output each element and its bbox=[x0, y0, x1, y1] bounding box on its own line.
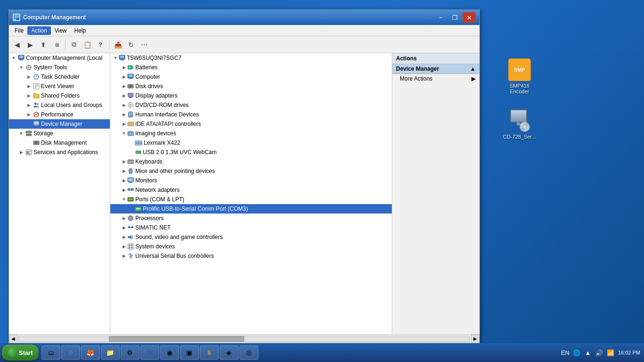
minimize-button[interactable]: − bbox=[434, 12, 447, 23]
menu-help[interactable]: Help bbox=[71, 26, 90, 35]
clock[interactable]: 16:02 PM bbox=[618, 350, 640, 355]
taskbar-app-app3[interactable]: ◎ bbox=[239, 346, 258, 360]
smp-taskbar-icon: S bbox=[205, 348, 214, 357]
back-button[interactable]: ◀ bbox=[11, 39, 23, 51]
svg-point-132 bbox=[130, 256, 132, 258]
svg-rect-6 bbox=[19, 60, 23, 61]
device-item-sound[interactable]: ▶ Sound, video and game controllers bbox=[110, 232, 392, 242]
tree-item-performance[interactable]: ▶ Performance bbox=[9, 110, 110, 119]
restore-button[interactable]: ❐ bbox=[448, 12, 462, 23]
device-item-mice[interactable]: ▶ Mice and other pointing devices bbox=[110, 166, 392, 176]
actions-pane: Actions Device Manager ▲ More Actions ▶ bbox=[392, 53, 479, 334]
device-item-computer[interactable]: ▶ Computer bbox=[110, 72, 392, 82]
taskbar-app-explorer[interactable]: 🗂 bbox=[41, 346, 60, 360]
device-item-display-adapters[interactable]: ▶ Display adapters bbox=[110, 91, 392, 100]
tree-label-services-apps: Services and Applications bbox=[33, 148, 109, 156]
desktop-icon-smp418[interactable]: SMP SMP418 Encoder bbox=[501, 57, 538, 96]
taskbar-app-chrome[interactable]: ◉ bbox=[160, 346, 179, 360]
tray-lang[interactable]: EN bbox=[561, 348, 570, 357]
device-item-network[interactable]: ▶ Network adapters bbox=[110, 185, 392, 195]
device-item-processors[interactable]: ▶ Processors bbox=[110, 214, 392, 223]
taskbar-app-folder[interactable]: 📁 bbox=[101, 346, 120, 360]
menu-view[interactable]: View bbox=[51, 26, 71, 35]
svg-rect-87 bbox=[128, 178, 133, 181]
device-item-ports[interactable]: ▼ Ports (COM & LPT) bbox=[110, 195, 392, 204]
device-item-ide[interactable]: ▶ IDE ATA/ATAPI controllers bbox=[110, 119, 392, 129]
taskbar-app-smp[interactable]: S bbox=[200, 346, 219, 360]
taskbar-app-tool1[interactable]: ⚙ bbox=[121, 346, 140, 360]
taskbar-app-ie[interactable]: e bbox=[61, 346, 80, 360]
device-item-webcam[interactable]: USB 2.0 1.3M UVC WebCam bbox=[110, 148, 392, 157]
device-item-monitors[interactable]: ▶ Monitors bbox=[110, 176, 392, 185]
svg-rect-126 bbox=[131, 247, 132, 248]
device-item-keyboards[interactable]: ▶ Keyboards bbox=[110, 157, 392, 166]
tray-globe-icon[interactable]: 🌐 bbox=[572, 348, 581, 357]
tray-icons: EN 🌐 ▲ 🔊 📶 bbox=[561, 348, 615, 357]
device-label-hid: Human Interface Devices bbox=[135, 110, 199, 119]
device-item-usb[interactable]: ▶ Universal Serial Bus controllers bbox=[110, 251, 392, 261]
horizontal-scrollbar[interactable] bbox=[18, 336, 470, 342]
tree-item-task-scheduler[interactable]: ▶ Task Scheduler bbox=[9, 72, 110, 82]
tray-signal-icon[interactable]: 📶 bbox=[606, 348, 615, 357]
window-controls: − ❐ ✕ bbox=[434, 12, 476, 23]
svg-point-20 bbox=[34, 103, 37, 105]
more-button[interactable]: ⋯ bbox=[138, 39, 150, 51]
actions-header: Actions bbox=[392, 53, 479, 64]
tree-item-computer-mgmt[interactable]: ▼ Computer Management (Local bbox=[9, 53, 110, 63]
export-button[interactable]: 📤 bbox=[112, 39, 124, 51]
device-item-dvd[interactable]: ▶ DVD/CD-ROM drives bbox=[110, 100, 392, 110]
menu-action[interactable]: Action bbox=[27, 26, 50, 35]
tree-item-device-manager[interactable]: Device Manager bbox=[9, 119, 110, 129]
taskbar-app-app1[interactable]: ▣ bbox=[180, 346, 199, 360]
device-label-display-adapters: Display adapters bbox=[135, 91, 177, 100]
svg-rect-42 bbox=[132, 66, 133, 68]
svg-rect-2 bbox=[14, 19, 16, 20]
device-item-disk-drives[interactable]: ▶ Disk drives bbox=[110, 82, 392, 91]
actions-more-actions[interactable]: More Actions ▶ bbox=[392, 74, 479, 83]
tray-arrow-icon[interactable]: ▲ bbox=[583, 348, 593, 357]
tree-item-storage[interactable]: ▼ Storage bbox=[9, 129, 110, 138]
device-item-imaging[interactable]: ▼ Imaging devices bbox=[110, 129, 392, 138]
actions-section-device-manager[interactable]: Device Manager ▲ bbox=[392, 64, 479, 74]
tree-item-event-viewer[interactable]: ▶ Event Viewer bbox=[9, 82, 110, 91]
device-item-batteries[interactable]: ▶ Batteries bbox=[110, 63, 392, 72]
svg-marker-121 bbox=[130, 235, 132, 239]
scroll-right-button[interactable]: ▶ bbox=[471, 335, 479, 343]
taskbar-app-firefox[interactable]: 🦊 bbox=[81, 346, 100, 360]
usb-icon bbox=[127, 253, 134, 259]
tree-item-system-tools[interactable]: ▼ System Tools bbox=[9, 63, 110, 72]
tree-item-local-users[interactable]: ▶ Local Users and Groups bbox=[9, 100, 110, 110]
device-item-prolific[interactable]: Prolific USB-to-Serial Comm Port (COM3) bbox=[110, 204, 392, 214]
taskbar-app-word[interactable]: W bbox=[140, 346, 159, 360]
forward-button[interactable]: ▶ bbox=[24, 39, 36, 51]
device-item-hid[interactable]: ▶ Human Interface Devices bbox=[110, 110, 392, 119]
svg-rect-24 bbox=[34, 122, 38, 124]
svg-rect-54 bbox=[129, 98, 132, 98]
device-item-simatic[interactable]: ▶ SIMATIC NET bbox=[110, 223, 392, 232]
svg-rect-36 bbox=[26, 153, 30, 154]
tree-item-shared-folders[interactable]: ▶ Shared Folders bbox=[9, 91, 110, 100]
device-item-root[interactable]: ▼ T5W6SUQ3NI7SGC7 bbox=[110, 53, 392, 63]
smp418-icon-label: SMP418 Encoder bbox=[503, 83, 537, 94]
tree-item-services-apps[interactable]: ▶ Services and Applications bbox=[9, 148, 110, 157]
start-button[interactable]: Start bbox=[2, 345, 39, 361]
up-button[interactable]: ⬆ bbox=[37, 39, 50, 51]
scroll-left-button[interactable]: ◀ bbox=[9, 335, 17, 343]
tray-speaker-icon[interactable]: 🔊 bbox=[594, 348, 604, 357]
tree-item-disk-mgmt[interactable]: Disk Management bbox=[9, 138, 110, 148]
word-icon: W bbox=[145, 348, 155, 357]
chrome-icon: ◉ bbox=[165, 348, 174, 357]
desktop-icon-cd728[interactable]: CD-728_Ser... bbox=[501, 107, 538, 141]
menu-file[interactable]: File bbox=[11, 26, 27, 35]
properties-button[interactable]: 📋 bbox=[81, 39, 93, 51]
new-window-button[interactable]: ⧉ bbox=[68, 39, 80, 51]
device-item-system-devices[interactable]: ▶ System devices bbox=[110, 242, 392, 251]
refresh-button[interactable]: ↻ bbox=[125, 39, 137, 51]
svg-rect-47 bbox=[130, 78, 132, 79]
console-root-button[interactable]: 🖥 bbox=[50, 39, 63, 51]
taskbar-app-app2[interactable]: ◈ bbox=[220, 346, 239, 360]
device-item-lexmark[interactable]: Lexmark X422 bbox=[110, 138, 392, 148]
task-scheduler-icon bbox=[33, 73, 40, 81]
close-button[interactable]: ✕ bbox=[462, 12, 476, 23]
help-button[interactable]: ? bbox=[94, 39, 107, 51]
